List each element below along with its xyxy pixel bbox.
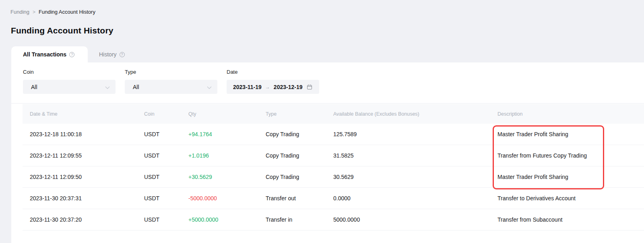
chevron-down-icon: [105, 84, 110, 90]
calendar-icon: [307, 84, 312, 90]
type-filter-dropdown[interactable]: All: [125, 80, 217, 94]
column-header-qty: Qty: [181, 111, 258, 117]
table-row: 2023-12-11 12:09:50 USDT +30.5629 Copy T…: [23, 166, 644, 188]
cell-coin: USDT: [137, 216, 181, 223]
table-header-row: Date & Time Coin Qty Type Available Bala…: [23, 104, 644, 124]
cell-qty: +5000.0000: [181, 216, 258, 223]
cell-balance: 125.7589: [326, 131, 490, 137]
page-title: Funding Account History: [11, 26, 114, 35]
breadcrumb-current: Funding Account History: [39, 9, 95, 15]
cell-type: Copy Trading: [258, 152, 326, 159]
cell-datetime: 2023-12-11 12:09:55: [23, 152, 137, 159]
column-header-type: Type: [258, 111, 326, 117]
type-filter-value: All: [133, 84, 207, 90]
tab-all-transactions-label: All Transactions: [23, 51, 66, 58]
cell-datetime: 2023-11-30 20:37:31: [23, 195, 137, 201]
tab-history[interactable]: History: [99, 46, 125, 62]
divider: [11, 103, 644, 104]
cell-qty: +30.5629: [181, 174, 258, 180]
date-range-end: 2023-12-19: [274, 84, 303, 90]
coin-filter-value: All: [31, 84, 105, 90]
cell-type: Transfer out: [258, 195, 326, 201]
chevron-down-icon: [207, 84, 212, 90]
transactions-table: Date & Time Coin Qty Type Available Bala…: [23, 104, 644, 231]
table-row: 2023-12-18 11:00:18 USDT +94.1764 Copy T…: [23, 124, 644, 145]
help-icon[interactable]: [69, 52, 74, 57]
cell-description: Master Trader Profit Sharing: [490, 174, 644, 180]
table-row: 2023-12-11 12:09:55 USDT +1.0196 Copy Tr…: [23, 145, 644, 166]
coin-filter-group: Coin All: [23, 69, 116, 94]
table-row: 2023-11-30 20:37:31 USDT -5000.0000 Tran…: [23, 188, 644, 209]
cell-description: Transfer to Derivatives Account: [490, 195, 644, 201]
coin-filter-label: Coin: [23, 69, 116, 75]
cell-qty: +1.0196: [181, 152, 258, 159]
cell-balance: 30.5629: [326, 174, 490, 180]
cell-datetime: 2023-11-30 20:37:20: [23, 216, 137, 223]
date-range-picker[interactable]: 2023-11-19 → 2023-12-19: [227, 80, 319, 94]
cell-description: Transfer from Futures Copy Trading: [490, 152, 644, 159]
breadcrumb: Funding > Funding Account History: [10, 9, 95, 15]
cell-qty: -5000.0000: [181, 195, 258, 201]
breadcrumb-separator-icon: >: [33, 9, 35, 15]
date-filter-group: Date 2023-11-19 → 2023-12-19: [227, 69, 319, 94]
cell-coin: USDT: [137, 131, 181, 137]
column-header-balance: Available Balance (Excludes Bonuses): [326, 111, 490, 117]
cell-qty: +94.1764: [181, 131, 258, 137]
content-card: Coin All Type All Date 2023-11-19 → 2023…: [11, 62, 644, 243]
cell-balance: 0.0000: [326, 195, 490, 201]
cell-datetime: 2023-12-11 12:09:50: [23, 174, 137, 180]
date-filter-label: Date: [227, 69, 319, 75]
cell-description: Transfer from Subaccount: [490, 216, 644, 223]
table-row: 2023-11-30 20:37:20 USDT +5000.0000 Tran…: [23, 209, 644, 231]
date-range-start: 2023-11-19: [233, 84, 262, 90]
arrow-right-icon: →: [265, 84, 270, 90]
column-header-description: Description: [490, 111, 644, 117]
cell-balance: 31.5825: [326, 152, 490, 159]
cell-type: Copy Trading: [258, 174, 326, 180]
cell-coin: USDT: [137, 152, 181, 159]
cell-type: Transfer in: [258, 216, 326, 223]
cell-coin: USDT: [137, 174, 181, 180]
cell-balance: 5000.0000: [326, 216, 490, 223]
tab-all-transactions[interactable]: All Transactions: [11, 46, 88, 62]
type-filter-label: Type: [125, 69, 217, 75]
cell-description: Master Trader Profit Sharing: [490, 131, 644, 137]
column-header-datetime: Date & Time: [23, 111, 137, 117]
type-filter-group: Type All: [125, 69, 217, 94]
cell-coin: USDT: [137, 195, 181, 201]
tab-history-label: History: [99, 51, 117, 58]
column-header-coin: Coin: [137, 111, 181, 117]
cell-datetime: 2023-12-18 11:00:18: [23, 131, 137, 137]
breadcrumb-funding-link[interactable]: Funding: [10, 9, 29, 15]
help-icon[interactable]: [120, 52, 125, 57]
coin-filter-dropdown[interactable]: All: [23, 80, 116, 94]
cell-type: Copy Trading: [258, 131, 326, 137]
